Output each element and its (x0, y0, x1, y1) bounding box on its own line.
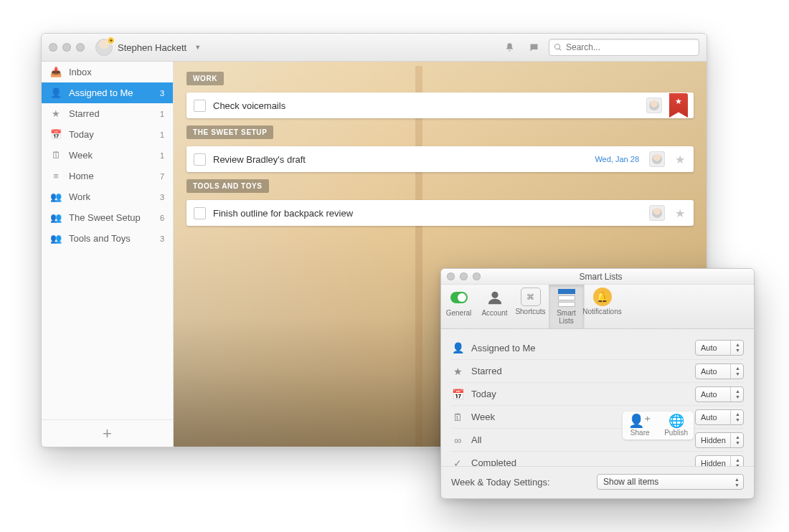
today-icon: 📅 (50, 129, 62, 140)
week-today-value: Show all items (603, 477, 658, 487)
assignee-avatar[interactable] (649, 205, 665, 221)
smartlist-row-completed: ✓CompletedHidden▲▼ (451, 451, 744, 466)
zoom-icon[interactable] (76, 43, 85, 52)
tab-label: Shortcuts (515, 308, 545, 315)
sidebar-item-week[interactable]: 🗓Week1 (42, 145, 173, 166)
visibility-select[interactable]: Hidden▲▼ (695, 432, 744, 448)
close-icon[interactable] (447, 272, 455, 280)
sidebar-item-count: 3 (160, 89, 166, 98)
sidebar-item-count: 1 (160, 151, 166, 160)
smartlist-row-today: 📅TodayAuto▲▼ (451, 382, 744, 405)
sidebar-item-count: 6 (160, 214, 166, 222)
week-icon: 🗓 (451, 412, 464, 423)
share-label: Share (630, 429, 650, 437)
sidebar-item-home[interactable]: ≡Home7 (42, 166, 173, 186)
tab-notifications[interactable]: 🔔Notifications (585, 285, 620, 328)
sidebar-item-today[interactable]: 📅Today1 (42, 124, 173, 145)
publish-button[interactable]: 🌐 Publish (664, 414, 688, 437)
toggle-icon (448, 288, 470, 308)
visibility-select[interactable]: Auto▲▼ (695, 364, 744, 379)
tab-general[interactable]: General (441, 285, 477, 328)
sidebar-item-the-sweet-setup[interactable]: 👥The Sweet Setup6 (42, 207, 173, 228)
sidebar-item-label: Tools and Toys (69, 233, 131, 244)
sidebar-item-label: Inbox (69, 67, 92, 77)
star-icon: ★ (50, 108, 62, 119)
star-icon[interactable]: ★ (672, 206, 688, 220)
search-input[interactable] (549, 39, 699, 56)
tab-label: Account (481, 309, 507, 317)
smartlist-label: Today (471, 389, 688, 399)
home-icon: ≡ (50, 171, 62, 181)
visibility-select[interactable]: Auto▲▼ (695, 340, 744, 356)
command-icon: ⌘ (521, 288, 541, 306)
chat-icon[interactable] (529, 42, 539, 53)
sidebar-item-label: Week (69, 150, 93, 161)
assignee-avatar[interactable] (649, 151, 665, 167)
user-avatar[interactable]: ✦ (95, 39, 113, 56)
settings-window-controls[interactable] (447, 272, 481, 280)
visibility-select[interactable]: Hidden▲▼ (695, 455, 744, 467)
sidebar-item-tools-and-toys[interactable]: 👥Tools and Toys3 (42, 228, 173, 249)
week-icon: 🗓 (50, 150, 62, 161)
sidebar-item-label: Home (69, 171, 94, 181)
add-list-button[interactable]: + (42, 419, 173, 447)
smartlist-row-week: 🗓WeekAuto▲▼ (451, 405, 744, 428)
sidebar: 📥Inbox👤Assigned to Me3★Starred1📅Today1🗓W… (42, 62, 174, 447)
section-header: THE SWEET SETUP (186, 125, 273, 139)
today-icon: 📅 (451, 389, 464, 400)
settings-titlebar: Smart Lists (441, 269, 754, 285)
tab-shortcuts[interactable]: ⌘Shortcuts (513, 285, 549, 328)
task-row[interactable]: Finish outline for backpack review★ (186, 200, 694, 226)
smartlist-row-assigned-to-me: 👤Assigned to MeAuto▲▼ (451, 336, 744, 359)
checkbox[interactable] (194, 207, 206, 219)
tab-label: Notifications (582, 308, 621, 315)
assigned-icon: 👤 (451, 342, 464, 353)
task-row[interactable]: Check voicemails★ (186, 92, 694, 118)
sidebar-item-label: Assigned to Me (69, 87, 133, 98)
sidebar-item-starred[interactable]: ★Starred1 (42, 103, 173, 124)
star-ribbon-icon[interactable]: ★ (669, 93, 688, 118)
visibility-select[interactable]: Auto▲▼ (695, 409, 744, 425)
zoom-icon[interactable] (473, 272, 481, 280)
minimize-icon[interactable] (460, 272, 468, 280)
settings-body: 👤Assigned to MeAuto▲▼★StarredAuto▲▼📅Toda… (441, 329, 754, 466)
tab-smartlists[interactable]: Smart Lists (549, 285, 585, 328)
globe-icon: 🌐 (668, 414, 684, 427)
sidebar-item-label: Today (69, 129, 94, 140)
people-icon: 👥 (50, 233, 62, 244)
settings-title: Smart Lists (486, 272, 715, 282)
bell-icon[interactable] (504, 42, 515, 53)
task-row[interactable]: Review Bradley's draftWed, Jan 28★ (186, 146, 694, 172)
visibility-select[interactable]: Auto▲▼ (695, 386, 744, 402)
section-header: TOOLS AND TOYS (186, 179, 269, 193)
select-value: Auto (701, 390, 717, 399)
sidebar-item-count: 3 (160, 193, 166, 201)
checkbox[interactable] (194, 100, 206, 112)
user-name[interactable]: Stephen Hackett (118, 42, 186, 53)
sidebar-item-assigned-to-me[interactable]: 👤Assigned to Me3 (42, 82, 173, 103)
footer-label: Week & Today Settings: (451, 477, 550, 488)
minimize-icon[interactable] (62, 43, 71, 52)
share-icon: 👤⁺ (628, 414, 651, 427)
sidebar-item-count: 7 (160, 172, 166, 181)
checkbox[interactable] (194, 153, 206, 166)
week-today-select[interactable]: Show all items ▲▼ (597, 474, 744, 490)
sidebar-item-work[interactable]: 👥Work3 (42, 186, 173, 207)
share-button[interactable]: 👤⁺ Share (628, 414, 651, 437)
star-icon[interactable]: ★ (672, 153, 688, 166)
task-due-date: Wed, Jan 28 (595, 155, 639, 163)
assignee-avatar[interactable] (646, 98, 662, 113)
task-title: Check voicemails (213, 100, 639, 111)
tab-account[interactable]: Account (477, 285, 513, 328)
svg-point-1 (458, 293, 466, 302)
smartlist-row-starred: ★StarredAuto▲▼ (451, 359, 744, 382)
sidebar-item-label: Starred (69, 108, 100, 119)
smartlist-label: Starred (471, 366, 688, 376)
sidebar-item-count: 3 (160, 234, 166, 243)
close-icon[interactable] (49, 43, 57, 52)
search-field[interactable] (566, 42, 694, 52)
smartlist-label: Completed (471, 457, 688, 466)
window-controls[interactable] (49, 43, 85, 52)
chevron-down-icon[interactable]: ▼ (194, 44, 201, 51)
sidebar-item-inbox[interactable]: 📥Inbox (42, 62, 173, 82)
